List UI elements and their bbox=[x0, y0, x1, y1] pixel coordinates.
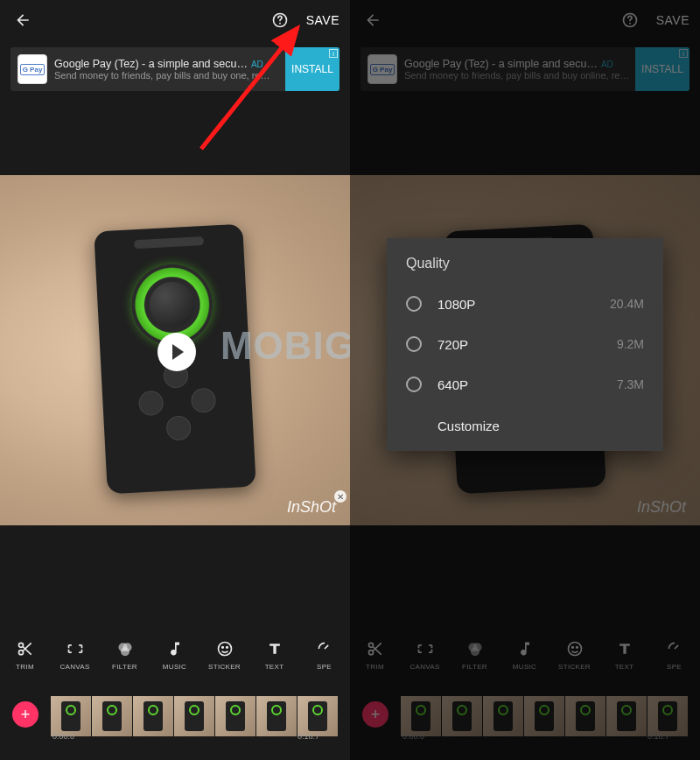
filter-icon bbox=[466, 639, 485, 658]
svg-point-13 bbox=[368, 643, 373, 647]
timeline-thumb[interactable] bbox=[298, 696, 338, 736]
inshot-watermark: InShOt bbox=[637, 498, 686, 517]
ad-subtitle: Send money to friends, pay bills and buy… bbox=[54, 70, 235, 81]
ad-text: Google Pay (Tez) - a simple and secu…AD … bbox=[54, 58, 285, 81]
quality-label: 640P bbox=[438, 377, 617, 392]
help-icon[interactable] bbox=[268, 8, 292, 32]
tool-trim[interactable]: TRIM bbox=[350, 639, 400, 671]
radio-icon bbox=[406, 296, 422, 312]
canvas-icon bbox=[416, 639, 435, 658]
tool-label: STICKER bbox=[558, 663, 591, 671]
svg-point-18 bbox=[568, 643, 581, 656]
tool-label: FILTER bbox=[112, 663, 137, 671]
timeline-thumb[interactable] bbox=[215, 696, 256, 736]
timeline-end-time: 0:18.7 bbox=[648, 732, 669, 741]
svg-point-12 bbox=[629, 23, 631, 25]
quality-label: 720P bbox=[438, 337, 617, 352]
ad-banner[interactable]: G Pay Google Pay (Tez) - a simple and se… bbox=[360, 47, 690, 91]
tool-speed[interactable]: SPE bbox=[649, 639, 699, 671]
quality-customize[interactable]: Customize bbox=[387, 405, 663, 442]
timeline-thumb[interactable] bbox=[174, 696, 214, 736]
tool-text[interactable]: TEXT bbox=[599, 639, 649, 671]
svg-point-6 bbox=[121, 647, 130, 656]
annotation-arrow bbox=[175, 18, 324, 170]
tool-canvas[interactable]: CANVAS bbox=[400, 639, 450, 671]
tool-label: TRIM bbox=[16, 663, 34, 671]
tool-label: CANVAS bbox=[410, 663, 439, 671]
watermark-close-icon[interactable]: ✕ bbox=[334, 490, 346, 503]
music-icon bbox=[165, 639, 185, 658]
tool-label: MUSIC bbox=[163, 663, 186, 671]
save-button[interactable]: SAVE bbox=[656, 13, 690, 27]
timeline-start-time: 0:00.0 bbox=[52, 732, 74, 741]
tool-sticker[interactable]: STICKER bbox=[550, 639, 599, 671]
play-button[interactable] bbox=[158, 333, 196, 371]
ad-title: Google Pay (Tez) - a simple and secu… bbox=[54, 58, 248, 70]
tool-label: SPE bbox=[317, 663, 332, 671]
radio-icon bbox=[406, 376, 422, 392]
svg-point-3 bbox=[18, 651, 23, 655]
tool-filter[interactable]: FILTER bbox=[100, 639, 150, 671]
tool-trim[interactable]: TRIM bbox=[0, 639, 50, 671]
tool-text[interactable]: TEXT bbox=[249, 639, 299, 671]
quality-option-640p[interactable]: 640P 7.3M bbox=[387, 364, 663, 405]
tool-music[interactable]: MUSIC bbox=[150, 639, 200, 671]
install-button[interactable]: i INSTALL bbox=[635, 47, 690, 91]
music-icon bbox=[515, 639, 535, 658]
tool-label: TEXT bbox=[265, 663, 284, 671]
back-icon[interactable] bbox=[10, 8, 35, 32]
quality-option-720p[interactable]: 720P 9.2M bbox=[387, 324, 663, 364]
text-icon bbox=[615, 639, 634, 658]
tool-canvas[interactable]: CANVAS bbox=[50, 639, 100, 671]
quality-dialog: Quality 1080P 20.4M 720P 9.2M 640P 7.3M … bbox=[387, 238, 663, 451]
timeline-thumb[interactable] bbox=[92, 696, 132, 736]
timeline-thumbs bbox=[401, 693, 700, 736]
tool-music[interactable]: MUSIC bbox=[500, 639, 550, 671]
svg-point-14 bbox=[368, 651, 373, 655]
ad-banner[interactable]: G Pay Google Pay (Tez) - a simple and se… bbox=[10, 47, 340, 91]
canvas-icon bbox=[66, 639, 85, 658]
scissors-icon bbox=[16, 639, 35, 658]
scissors-icon bbox=[366, 639, 385, 658]
sticker-icon bbox=[565, 639, 584, 658]
video-preview[interactable]: MOBIG InShOt ✕ bbox=[0, 175, 350, 525]
screenshot-right: SAVE G Pay Google Pay (Tez) - a simple a… bbox=[350, 0, 700, 760]
radio-icon bbox=[406, 336, 422, 352]
ad-title: Google Pay (Tez) - a simple and secu… bbox=[404, 58, 598, 70]
tool-label: MUSIC bbox=[513, 663, 536, 671]
tool-speed[interactable]: SPE bbox=[299, 639, 349, 671]
timeline-thumb[interactable] bbox=[256, 696, 297, 736]
tool-filter[interactable]: FILTER bbox=[450, 639, 500, 671]
ad-app-icon: G Pay bbox=[368, 54, 397, 84]
ad-info-icon[interactable]: i bbox=[329, 49, 338, 58]
timeline-thumb[interactable] bbox=[51, 696, 91, 736]
sticker-icon bbox=[215, 639, 234, 658]
tool-sticker[interactable]: STICKER bbox=[200, 639, 249, 671]
help-icon[interactable] bbox=[618, 8, 642, 32]
ad-info-icon[interactable]: i bbox=[679, 49, 688, 58]
timeline-thumb[interactable] bbox=[133, 696, 173, 736]
quality-option-1080p[interactable]: 1080P 20.4M bbox=[387, 284, 663, 324]
save-button[interactable]: SAVE bbox=[306, 13, 340, 27]
dialog-title: Quality bbox=[387, 256, 663, 284]
tool-label: TEXT bbox=[615, 663, 634, 671]
timeline-thumbs[interactable] bbox=[51, 693, 350, 736]
timeline-end-time: 0:18.7 bbox=[298, 732, 319, 741]
speed-icon bbox=[665, 639, 684, 658]
back-icon[interactable] bbox=[360, 8, 385, 32]
add-clip-button[interactable]: + bbox=[362, 701, 388, 728]
topbar: SAVE bbox=[350, 0, 700, 40]
svg-point-19 bbox=[571, 647, 573, 649]
ad-app-icon: G Pay bbox=[18, 54, 47, 84]
timeline[interactable]: + 0:00.0 0:18.7 bbox=[0, 686, 350, 742]
svg-point-20 bbox=[576, 647, 578, 649]
ad-badge: AD bbox=[601, 60, 613, 69]
install-button[interactable]: i INSTALL bbox=[285, 47, 340, 91]
tool-label: STICKER bbox=[208, 663, 241, 671]
add-clip-button[interactable]: + bbox=[12, 701, 38, 728]
svg-point-17 bbox=[471, 647, 480, 656]
svg-point-7 bbox=[218, 643, 231, 656]
filter-icon bbox=[116, 639, 135, 658]
quality-label: 1080P bbox=[438, 297, 610, 312]
tool-label: SPE bbox=[667, 663, 682, 671]
